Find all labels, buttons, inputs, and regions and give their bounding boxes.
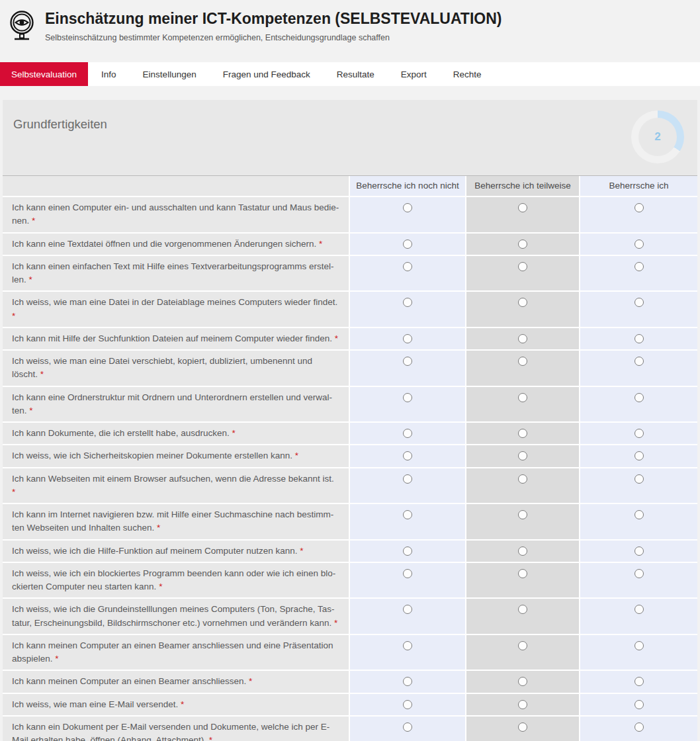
radio-q6-opt3[interactable] (634, 357, 644, 366)
radio-q1-opt3[interactable] (634, 203, 644, 212)
radio-q17-opt2[interactable] (518, 700, 527, 709)
radio-q9-opt3[interactable] (634, 451, 644, 460)
required-asterisk: * (159, 582, 162, 591)
radio-q17-opt1[interactable] (403, 700, 412, 709)
radio-q10-opt3[interactable] (634, 474, 644, 484)
question-label: Ich kann ein Dokument per E-Mail versend… (3, 717, 349, 741)
radio-q16-opt1[interactable] (403, 677, 412, 686)
radio-q3-opt3[interactable] (634, 262, 644, 271)
question-label: Ich weiss, wie ich die Hilfe-Funktion au… (3, 541, 349, 562)
radio-q9-opt2[interactable] (518, 451, 527, 460)
question-label: Ich weiss, wie ich die Grundeinstelllung… (3, 599, 349, 634)
radio-q11-opt1[interactable] (403, 510, 412, 519)
radio-q11-opt2[interactable] (518, 510, 527, 519)
option-cell (350, 599, 465, 634)
radio-q6-opt2[interactable] (518, 357, 527, 366)
option-cell (466, 563, 579, 598)
required-asterisk: * (295, 451, 298, 460)
radio-q13-opt3[interactable] (634, 569, 644, 578)
radio-q2-opt2[interactable] (518, 240, 527, 249)
tab-fragen-und-feedback[interactable]: Fragen und Feedback (210, 62, 324, 86)
question-label: Ich kann einen einfachen Text mit Hilfe … (3, 256, 349, 291)
radio-q14-opt2[interactable] (518, 605, 527, 614)
tab-rechte[interactable]: Rechte (440, 62, 495, 86)
question-text: Ich kann ein Dokument per E-Mail versend… (12, 722, 329, 741)
radio-q14-opt1[interactable] (403, 605, 412, 614)
radio-q18-opt3[interactable] (634, 722, 644, 732)
radio-q15-opt1[interactable] (403, 641, 412, 650)
option-cell (466, 599, 579, 634)
radio-q18-opt2[interactable] (518, 722, 527, 732)
radio-q5-opt1[interactable] (403, 334, 412, 343)
option-cell (466, 328, 579, 349)
progress-ring: 2 (631, 110, 684, 163)
radio-q7-opt1[interactable] (403, 393, 412, 402)
option-cell (580, 504, 697, 539)
question-text: Ich kann mit Hilfe der Suchfunktion Date… (12, 333, 335, 343)
tab-selbstevaluation[interactable]: Selbstevaluation (0, 62, 88, 86)
radio-q6-opt1[interactable] (403, 357, 412, 366)
option-cell (350, 694, 465, 715)
radio-q9-opt1[interactable] (403, 451, 412, 460)
option-cell (580, 468, 697, 503)
question-text: Ich weiss, wie ich die Grundeinstelllung… (12, 604, 335, 627)
radio-q1-opt1[interactable] (403, 203, 412, 212)
option-cell (580, 423, 697, 444)
radio-q17-opt3[interactable] (634, 700, 644, 709)
radio-q4-opt3[interactable] (634, 298, 644, 307)
radio-q2-opt1[interactable] (403, 240, 412, 249)
required-asterisk: * (300, 546, 303, 556)
option-cell (350, 635, 465, 670)
radio-q12-opt3[interactable] (634, 546, 644, 556)
radio-q16-opt2[interactable] (518, 677, 527, 686)
radio-q3-opt2[interactable] (518, 262, 527, 271)
radio-q11-opt3[interactable] (634, 510, 644, 519)
option-cell (580, 717, 697, 741)
radio-q15-opt2[interactable] (518, 641, 527, 650)
radio-q8-opt2[interactable] (518, 429, 527, 438)
radio-q15-opt3[interactable] (634, 641, 644, 650)
app-header: Einschätzung meiner ICT-Kompetenzen (SEL… (0, 0, 700, 54)
question-label: Ich weiss, wie man eine Datei in der Dat… (3, 292, 349, 327)
tab-export[interactable]: Export (388, 62, 440, 86)
radio-q8-opt1[interactable] (403, 429, 412, 438)
radio-q18-opt1[interactable] (403, 722, 412, 732)
radio-q2-opt3[interactable] (634, 240, 644, 249)
option-cell (350, 328, 465, 349)
tab-info[interactable]: Info (88, 62, 130, 86)
option-cell (580, 197, 697, 232)
radio-q7-opt3[interactable] (634, 393, 644, 402)
tab-einstellungen[interactable]: Einstellungen (130, 62, 210, 86)
radio-q10-opt1[interactable] (403, 474, 412, 484)
option-cell (580, 599, 697, 634)
tab-resultate[interactable]: Resultate (324, 62, 388, 86)
option-cell (466, 292, 579, 327)
mirror-eye-icon (7, 9, 37, 45)
question-text: Ich kann meinen Computer an einen Beamer… (12, 676, 249, 686)
option-cell (466, 256, 579, 291)
option-cell (466, 694, 579, 715)
radio-q1-opt2[interactable] (518, 203, 527, 212)
radio-q13-opt2[interactable] (518, 569, 527, 578)
option-cell (466, 445, 579, 466)
required-asterisk: * (32, 216, 35, 226)
radio-q5-opt2[interactable] (518, 334, 527, 343)
radio-q8-opt3[interactable] (634, 429, 644, 438)
radio-q4-opt1[interactable] (403, 298, 412, 307)
column-header-beherrsche-ich: Beherrsche ich (580, 176, 697, 196)
radio-q4-opt2[interactable] (518, 298, 527, 307)
radio-q10-opt2[interactable] (518, 474, 527, 484)
radio-q12-opt2[interactable] (518, 546, 527, 556)
radio-q7-opt2[interactable] (518, 393, 527, 402)
radio-q3-opt1[interactable] (403, 262, 412, 271)
radio-q12-opt1[interactable] (403, 546, 412, 556)
radio-q5-opt3[interactable] (634, 334, 644, 343)
radio-q16-opt3[interactable] (634, 677, 644, 686)
column-header-beherrsche-ich-noch-nicht: Beherrsche ich noch nicht (350, 176, 465, 196)
question-label: Ich kann meinen Computer an einen Beamer… (3, 671, 349, 692)
option-cell (580, 635, 697, 670)
radio-q13-opt1[interactable] (403, 569, 412, 578)
option-cell (350, 445, 465, 466)
nav-tabbar: SelbstevaluationInfoEinstellungenFragen … (0, 62, 700, 86)
radio-q14-opt3[interactable] (634, 605, 644, 614)
